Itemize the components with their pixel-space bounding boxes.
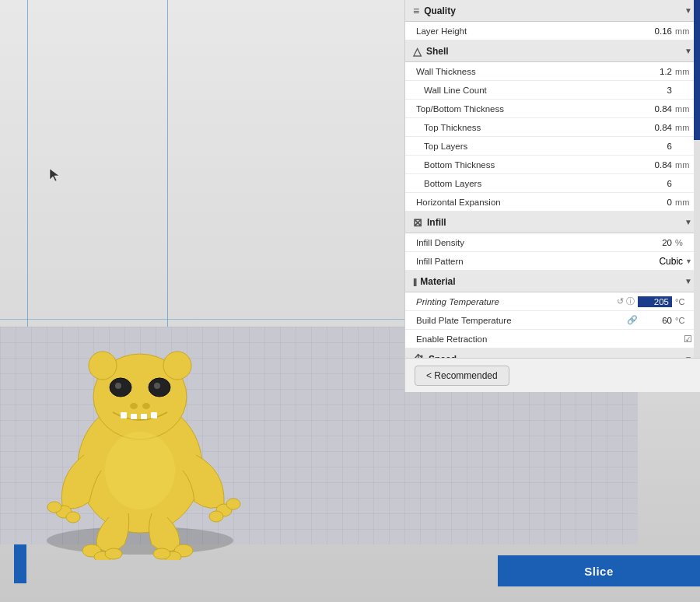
accent-bar (14, 544, 26, 583)
horizontal-expansion-label: Horizontal Expansion (416, 198, 641, 207)
top-thickness-value: 0.84 (641, 123, 672, 132)
svg-point-24 (153, 548, 170, 559)
infill-pattern-value: Cubic (659, 256, 683, 267)
build-plate-temperature-label: Build Plate Temperature (416, 316, 627, 325)
svg-point-8 (154, 383, 160, 389)
shell-label: Shell (426, 46, 449, 57)
svg-point-6 (115, 383, 121, 389)
shell-chevron: ▼ (684, 47, 692, 55)
top-thickness-label: Top Thickness (424, 123, 641, 132)
svg-point-17 (226, 499, 240, 509)
infill-pattern-row: Infill Pattern Cubic ▼ (405, 252, 700, 271)
3d-model (39, 303, 257, 562)
build-plate-temperature-value: 60 (641, 316, 672, 325)
top-thickness-row: Top Thickness 0.84 mm (405, 118, 700, 137)
svg-point-21 (105, 548, 122, 559)
infill-label: Infill (427, 217, 446, 228)
layer-height-label: Layer Height (416, 26, 641, 36)
infill-density-unit: % (675, 238, 692, 247)
printing-temp-reset-icon[interactable]: ↺ (617, 296, 624, 306)
svg-point-3 (89, 352, 117, 380)
wall-thickness-row: Wall Thickness 1.2 mm (405, 62, 700, 81)
material-icon: ||| (413, 277, 415, 286)
svg-point-14 (47, 502, 61, 513)
layer-height-row: Layer Height 0.16 mm (405, 22, 700, 40)
top-bottom-thickness-row: Top/Bottom Thickness 0.84 mm (405, 100, 700, 118)
bottom-thickness-row: Bottom Thickness 0.84 mm (405, 156, 700, 174)
enable-retraction-row: Enable Retraction ☑ (405, 330, 700, 348)
bottom-layers-label: Bottom Layers (424, 179, 641, 188)
wall-thickness-label: Wall Thickness (416, 67, 641, 76)
top-layers-value: 6 (641, 142, 672, 151)
bottom-layers-row: Bottom Layers 6 (405, 174, 700, 193)
horizontal-expansion-unit: mm (675, 198, 692, 207)
wall-thickness-unit: mm (675, 67, 692, 76)
horizontal-expansion-value: 0 (641, 198, 672, 207)
infill-density-value: 20 (641, 238, 672, 247)
svg-rect-10 (131, 414, 137, 419)
horizontal-expansion-row: Horizontal Expansion 0 mm (405, 193, 700, 212)
enable-retraction-checkbox[interactable]: ☑ (684, 334, 692, 345)
printing-temperature-label: Printing Temperature (416, 297, 617, 306)
infill-density-row: Infill Density 20 % (405, 233, 700, 252)
layer-height-value: 0.16 (641, 26, 672, 36)
wall-line-count-value: 3 (641, 86, 672, 95)
material-label: Material (420, 276, 455, 287)
infill-section-header[interactable]: ⊠ Infill ▼ (405, 212, 700, 233)
svg-rect-12 (151, 412, 157, 418)
slice-button[interactable]: Slice (498, 555, 700, 586)
scrollbar-track[interactable] (694, 0, 700, 358)
printing-temp-info-icon[interactable]: ⓘ (626, 296, 635, 307)
infill-density-label: Infill Density (416, 238, 641, 247)
recommended-button[interactable]: < Recommended (415, 366, 509, 386)
shell-icon: △ (413, 45, 422, 58)
top-layers-label: Top Layers (424, 142, 641, 151)
bottom-thickness-label: Bottom Thickness (424, 160, 641, 170)
svg-point-18 (209, 511, 223, 522)
svg-point-27 (142, 403, 150, 409)
top-layers-row: Top Layers 6 (405, 137, 700, 156)
layer-height-unit: mm (675, 26, 692, 36)
top-bottom-thickness-unit: mm (675, 104, 692, 114)
wall-thickness-value: 1.2 (641, 67, 672, 76)
quality-icon: ≡ (413, 5, 419, 17)
build-plate-temperature-row: Build Plate Temperature 🔗 60 °C (405, 311, 700, 330)
shell-section-header[interactable]: △ Shell ▼ (405, 40, 700, 62)
top-bottom-thickness-label: Top/Bottom Thickness (416, 104, 641, 114)
top-bottom-thickness-value: 0.84 (641, 104, 672, 114)
svg-point-15 (66, 512, 80, 523)
infill-pattern-dropdown[interactable]: Cubic ▼ (630, 256, 692, 267)
top-thickness-unit: mm (675, 123, 692, 132)
svg-point-26 (130, 403, 138, 409)
material-section-header[interactable]: ||| Material ▼ (405, 271, 700, 292)
printing-temperature-input[interactable] (638, 296, 672, 307)
infill-icon: ⊠ (413, 216, 422, 229)
wall-line-count-row: Wall Line Count 3 (405, 81, 700, 100)
build-plate-link-icon[interactable]: 🔗 (627, 315, 638, 325)
enable-retraction-label: Enable Retraction (416, 334, 684, 344)
printing-temperature-unit: °C (675, 297, 692, 306)
settings-panel: ≡ Quality ▼ Layer Height 0.16 mm △ Shell… (404, 0, 700, 358)
svg-rect-9 (121, 412, 127, 418)
svg-point-4 (163, 352, 191, 380)
svg-rect-11 (141, 414, 147, 419)
printing-temperature-row: Printing Temperature ↺ ⓘ °C (405, 292, 700, 311)
bottom-thickness-value: 0.84 (641, 160, 672, 170)
scrollbar-thumb[interactable] (694, 0, 700, 140)
build-plate-temperature-unit: °C (675, 316, 692, 325)
infill-pattern-arrow: ▼ (685, 257, 692, 265)
bottom-thickness-unit: mm (675, 160, 692, 170)
quality-label: Quality (424, 5, 456, 16)
bottom-layers-value: 6 (641, 179, 672, 188)
wall-line-count-label: Wall Line Count (424, 86, 641, 95)
quality-section-header[interactable]: ≡ Quality ▼ (405, 0, 700, 22)
material-chevron: ▼ (684, 277, 692, 285)
infill-pattern-label: Infill Pattern (416, 257, 630, 266)
quality-chevron: ▼ (684, 6, 692, 15)
infill-chevron: ▼ (684, 218, 692, 226)
speed-section-header[interactable]: ⏱ Speed ▼ (405, 348, 700, 358)
mouse-cursor (48, 167, 58, 177)
svg-point-25 (105, 432, 175, 509)
recommended-bar: < Recommended (404, 358, 700, 392)
